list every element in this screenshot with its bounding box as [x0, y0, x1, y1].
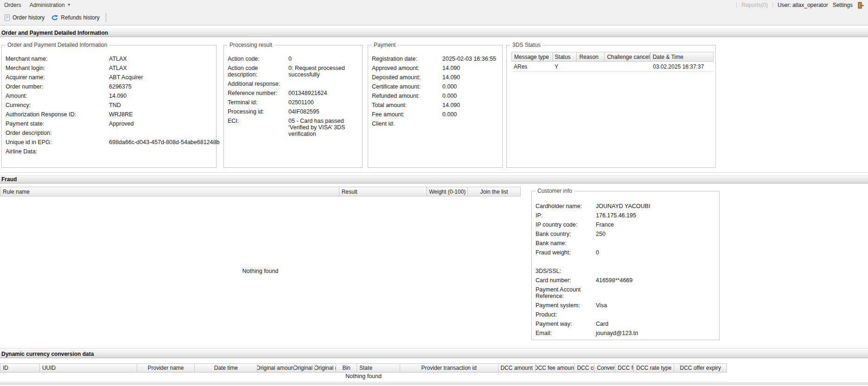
- fraud-section-title-text: Fraud: [1, 176, 17, 183]
- dcc-col-bin: Bin: [336, 364, 357, 372]
- threeds-cell-status: Y: [552, 62, 577, 71]
- kv-row: IP country code: France: [536, 221, 715, 228]
- field-value: [596, 259, 715, 265]
- field-value: 698da66c-d043-457d-808d-54abe681248b: [109, 139, 219, 146]
- tab-separator: [106, 13, 106, 22]
- field-label: Action code:: [228, 56, 288, 62]
- dcc-col-original-2: Original (: [315, 364, 336, 372]
- current-user-label: User: atlax_operator: [778, 2, 828, 8]
- dcc-col-conversion: Conversi: [594, 364, 615, 372]
- kv-row: Fee amount: 0.000: [372, 111, 498, 118]
- kv-row: Order description:: [6, 130, 212, 136]
- menu-right-group: Reports(0) User: atlax_operator Settings: [736, 2, 868, 9]
- kv-row: Processing id: 04IF082595: [228, 108, 358, 115]
- order-info-legend: Order and Payment Detailed Information: [6, 42, 109, 48]
- field-value: 250: [596, 231, 715, 237]
- bottom-stripe: [0, 382, 868, 385]
- kv-row: Payment system: Visa: [536, 302, 715, 309]
- payment-legend: Payment: [372, 42, 397, 48]
- field-value: Approved: [109, 120, 212, 127]
- field-value: ATLAX: [109, 65, 212, 71]
- field-value: TND: [109, 102, 212, 108]
- field-label: IP:: [536, 212, 596, 219]
- menu-settings[interactable]: Settings: [833, 2, 853, 8]
- field-label: Reference number:: [228, 90, 288, 96]
- kv-row: Approved amount: 14.090: [372, 65, 498, 71]
- field-label: Amount:: [6, 93, 109, 99]
- kv-row: Deposited amount: 14.090: [372, 74, 498, 81]
- processing-result-fieldset: Processing result Action code: 0 Action …: [223, 45, 363, 168]
- dcc-col-original-1: Original (: [294, 364, 315, 372]
- menu-orders[interactable]: Orders: [0, 1, 26, 9]
- field-value: 14.090: [442, 65, 498, 71]
- kv-row: Reference number: 001348921624: [228, 90, 358, 96]
- threeds-cell-message-type: ARes: [511, 62, 552, 71]
- field-label: Order number:: [6, 83, 109, 90]
- menu-administration[interactable]: Administration ▼: [26, 1, 75, 9]
- field-label: IP country code:: [536, 221, 596, 228]
- order-info-fieldset: Order and Payment Detailed Information M…: [1, 45, 217, 168]
- tab-refunds-history-label: Refunds history: [61, 14, 99, 21]
- threeds-table-row: ARes Y 03.02.2025 16:37:37: [511, 62, 714, 72]
- threeds-col-status: Status: [553, 52, 577, 61]
- kv-row: Refunded amount: 0.000: [372, 93, 498, 99]
- logout-door-icon[interactable]: [857, 2, 864, 9]
- field-label: Unique id in EPG:: [6, 139, 109, 146]
- kv-row: IP: 176.175.46.195: [536, 212, 715, 219]
- dcc-col-provider-name: Provider name: [137, 364, 195, 372]
- field-value: jounayd@123.tn: [596, 330, 715, 336]
- field-value: 0: Request processed successfully: [288, 65, 358, 78]
- kv-row: Unique id in EPG: 698da66c-d043-457d-808…: [6, 139, 212, 146]
- kv-row: Terminal id: 02501100: [228, 99, 358, 106]
- field-value: [288, 81, 358, 87]
- dcc-col-state: State: [357, 364, 400, 372]
- field-value: 14.090: [109, 93, 212, 99]
- fraud-empty-message: Nothing found: [0, 268, 521, 274]
- separator-line: [0, 172, 868, 173]
- field-value: WRJ8RE: [109, 111, 212, 118]
- threeds-table-header: Message type Status Reason Challenge can…: [511, 52, 714, 62]
- field-label: Card number:: [536, 277, 596, 284]
- field-label: Total amount:: [372, 102, 442, 108]
- field-label: Bank name:: [536, 240, 596, 247]
- fraud-col-result: Result: [339, 187, 428, 196]
- kv-row: Currency: TND: [6, 102, 212, 108]
- threeds-col-challenge-cancel: Challenge cancel: [605, 52, 651, 61]
- tab-refunds-history[interactable]: Refunds history: [49, 13, 103, 22]
- separator-line: [0, 348, 868, 348]
- customer-info-fieldset: Customer info Cardholder name: JOUNAYD Y…: [531, 191, 720, 340]
- kv-row: Authorization Response ID: WRJ8RE: [6, 111, 212, 118]
- field-value: ATLAX: [109, 56, 212, 62]
- field-value: 02501100: [288, 99, 358, 106]
- tab-order-history-label: Order history: [13, 14, 45, 21]
- dcc-col-dcc-fee-amount: DCC fee amount: [536, 364, 575, 372]
- kv-row: [536, 259, 715, 265]
- field-value: [109, 130, 212, 136]
- field-value: France: [596, 221, 715, 228]
- kv-row: Email: jounayd@123.tn: [536, 330, 715, 336]
- kv-row: Airline Data:: [6, 148, 212, 155]
- kv-row: Product:: [536, 311, 715, 318]
- field-label: Processing id:: [228, 108, 288, 115]
- dcc-section-title: Dynamic currency conversion data: [0, 350, 868, 358]
- kv-row: Payment way: Card: [536, 321, 715, 327]
- chevron-down-icon: ▼: [67, 3, 71, 7]
- field-value: 05 - Card has passed ‘Verified by VISA’ …: [288, 118, 358, 137]
- threeds-col-reason: Reason: [577, 52, 605, 61]
- kv-row: Additional response:: [228, 81, 358, 87]
- field-label: Payment Account Reference:: [536, 286, 596, 299]
- field-label: Product:: [536, 311, 596, 318]
- field-label: Acquirer name:: [6, 74, 109, 81]
- kv-row: 3DS/SSL:: [536, 268, 715, 274]
- field-label: Approved amount:: [372, 65, 442, 71]
- field-label: Refunded amount:: [372, 93, 442, 99]
- tab-order-history[interactable]: Order history: [2, 13, 49, 22]
- order-info-rows: Merchant name: ATLAX Merchant login: ATL…: [2, 45, 216, 160]
- processing-result-rows: Action code: 0 Action code description: …: [224, 45, 362, 143]
- field-value: [596, 286, 715, 299]
- field-value: 0: [596, 249, 715, 256]
- field-label: Fee amount:: [372, 111, 442, 118]
- kv-row: Cardholder name: JOUNAYD YACOUBI: [536, 203, 715, 209]
- dcc-table-header: ID UUID Provider name Date time Original…: [0, 363, 727, 373]
- payment-rows: Registration date: 2025-02-03 16:36:55 A…: [368, 45, 502, 133]
